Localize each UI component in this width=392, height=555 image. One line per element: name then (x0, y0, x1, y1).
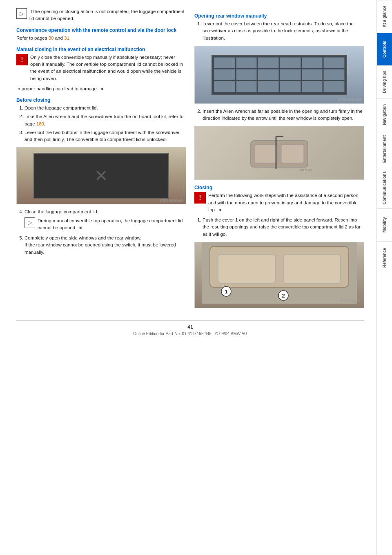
allen-wrench-svg: WTE-0004045 (247, 132, 312, 173)
ref-30[interactable]: 30 (49, 36, 54, 40)
arrow-icon (16, 8, 27, 19)
svg-rect-1 (255, 145, 277, 163)
left-column: If the opening or closing action is not … (16, 8, 186, 312)
step-4: Close the luggage compartment lid. Durin… (24, 208, 186, 231)
warning-icon: ! (16, 54, 28, 65)
sidebar-tab-controls[interactable]: Controls (377, 33, 392, 65)
manual-closing-title: Manual closing in the event of an electr… (16, 47, 186, 52)
top-note-text: If the opening or closing action is not … (29, 8, 186, 22)
sidebar-tab-entertainment[interactable]: Entertainment (377, 131, 392, 167)
sidebar-tab-at-a-glance[interactable]: At a glance (377, 0, 392, 33)
allen-wrench-image: WTE-0004045 (194, 126, 364, 180)
svg-text:1: 1 (225, 289, 227, 295)
ref-180[interactable]: 180 (36, 121, 44, 126)
closing-image: 1 2 WTE-0006LR (194, 242, 364, 308)
trunk-image: ✕ WTE-0000106 (16, 147, 186, 204)
convenience-body: Refer to pages 30 and 31. (16, 35, 186, 42)
before-closing-title: Before closing (16, 97, 186, 103)
step4-note-box: During manual convertible top operation,… (24, 217, 186, 232)
sidebar-tab-mobility[interactable]: Mobility (377, 208, 392, 241)
top-note-box: If the opening or closing action is not … (16, 8, 186, 22)
closing-warning-text: Perform the following work steps with th… (208, 192, 364, 213)
before-closing-steps: Open the luggage compartment lid. Take t… (16, 105, 186, 143)
opening-step-2: Insert the Allen wrench as far as possib… (203, 108, 364, 122)
svg-text:WTE-0004045: WTE-0004045 (300, 168, 312, 172)
warning-box: ! Only close the convertible top manuall… (16, 54, 186, 82)
arrow-icon-2 (24, 217, 35, 228)
closing-step-1: Push the cover 1 on the left and right o… (203, 217, 364, 238)
closing-svg: 1 2 WTE-0006LR (195, 242, 364, 304)
svg-rect-8 (218, 255, 275, 283)
ref-31[interactable]: 31 (64, 36, 69, 40)
damage-note: Improper handling can lead to damage. ◄ (16, 85, 186, 92)
step4-note: During manual convertible top operation,… (38, 217, 186, 232)
warning-text: Only close the convertible top manually … (30, 54, 186, 82)
sidebar-tab-communications[interactable]: Communications (377, 167, 392, 208)
rear-window-image-1: WTE-0000106 (194, 46, 364, 104)
closing-title: Closing (194, 185, 364, 190)
step-2: Take the Allen wrench and the screwdrive… (24, 113, 186, 128)
opening-rear-steps: Lever out the cover between the rear hea… (194, 20, 364, 42)
steps-4-5: Close the luggage compartment lid. Durin… (16, 208, 186, 256)
closing-steps: Push the cover 1 on the left and right o… (194, 217, 364, 238)
svg-text:2: 2 (282, 293, 285, 299)
opening-step-2-list: Insert the Allen wrench as far as possib… (194, 108, 364, 122)
step-1: Open the luggage compartment lid. (24, 105, 186, 112)
svg-rect-9 (283, 255, 341, 283)
sidebar-tab-reference[interactable]: Reference (377, 241, 392, 274)
right-sidebar: At a glance Controls Driving tips Naviga… (376, 0, 392, 555)
svg-rect-2 (281, 145, 304, 163)
opening-step-1: Lever out the cover between the rear hea… (203, 20, 364, 42)
step-5: Completely open the side windows and the… (24, 235, 186, 256)
convenience-title: Convenience operation with the remote co… (16, 27, 186, 33)
opening-rear-title: Opening rear window manually (194, 13, 364, 19)
main-content: If the opening or closing action is not … (0, 0, 376, 555)
right-column: Opening rear window manually Lever out t… (194, 8, 364, 312)
sidebar-tab-navigation[interactable]: Navigation (377, 98, 392, 131)
sidebar-tab-driving-tips[interactable]: Driving tips (377, 65, 392, 98)
step-3: Lever out the two buttons in the luggage… (24, 129, 186, 143)
page-footer: 41 Online Edition for Part-No. 01 41 0 1… (16, 320, 364, 336)
page-number: 41 (16, 324, 364, 330)
closing-warning-box: ! Perform the following work steps with … (194, 192, 364, 213)
footer-text: Online Edition for Part-No. 01 41 0 158 … (16, 331, 364, 336)
warning-icon-2: ! (194, 192, 206, 204)
svg-text:WTE-0006LR: WTE-0006LR (341, 299, 361, 302)
